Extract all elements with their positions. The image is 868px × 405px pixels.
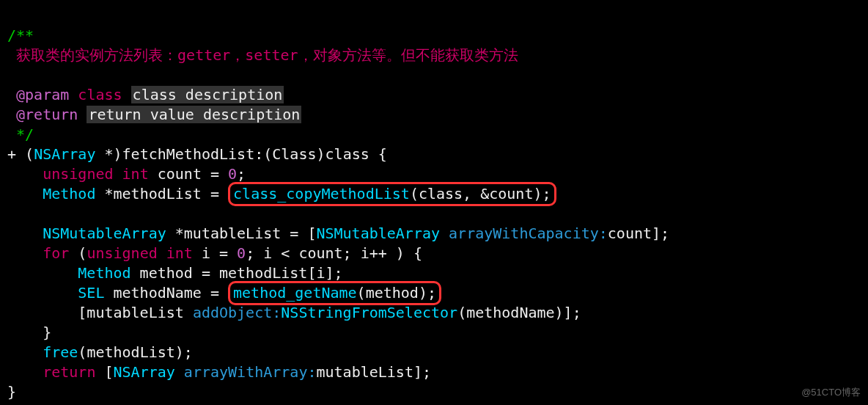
param-name: class	[326, 145, 369, 163]
watermark: @51CTO博客	[801, 386, 861, 399]
kw-return: return	[43, 363, 95, 381]
brace-close-outer: }	[7, 383, 16, 401]
kw-for: for	[43, 244, 69, 262]
param-type: Class	[272, 145, 316, 163]
comment-open: /**	[7, 26, 34, 44]
fn-class-copy-method-list: class_copyMethodList	[233, 185, 410, 202]
sel-arraywitharray: arrayWithArray:	[175, 363, 317, 381]
type-method: Method	[43, 185, 95, 202]
fn-method-getname: method_getName	[233, 284, 357, 302]
kw-int: int	[122, 165, 149, 183]
literal-zero: 0	[228, 165, 237, 183]
brace-close: }	[43, 324, 51, 341]
sel-arraywithcapacity: arrayWithCapacity:	[440, 225, 608, 242]
type-sel: SEL	[78, 284, 104, 302]
doctype-class: class	[78, 86, 122, 103]
comment-desc: 获取类的实例方法列表：getter，setter，对象方法等。但不能获取类方法	[16, 46, 518, 64]
type-nsarray: NSArray	[114, 363, 175, 381]
fn-free: free	[43, 343, 78, 361]
docdesc-param: class description	[131, 86, 284, 103]
comment-close: */	[7, 125, 34, 143]
method-name: fetchMethodList:	[122, 145, 264, 163]
comment-prefix	[7, 46, 16, 64]
fn-nsstringfromselector: NSStringFromSelector	[281, 304, 457, 321]
doctag-return: @return	[7, 106, 78, 123]
type-nsmutablearray: NSMutableArray	[43, 225, 166, 242]
doctag-param: @param	[7, 86, 69, 103]
method-plus: +	[7, 145, 25, 163]
kw-unsigned: unsigned	[43, 165, 113, 183]
return-type: NSArray	[34, 145, 95, 163]
docdesc-return: return value description	[87, 106, 301, 123]
highlight-box-1: class_copyMethodList(class, &count);	[228, 182, 556, 206]
highlight-box-2: method_getName(method);	[228, 281, 441, 305]
code-editor: /** 获取类的实例方法列表：getter，setter，对象方法等。但不能获取…	[0, 0, 868, 402]
sel-addobject: addObject:	[193, 304, 281, 321]
